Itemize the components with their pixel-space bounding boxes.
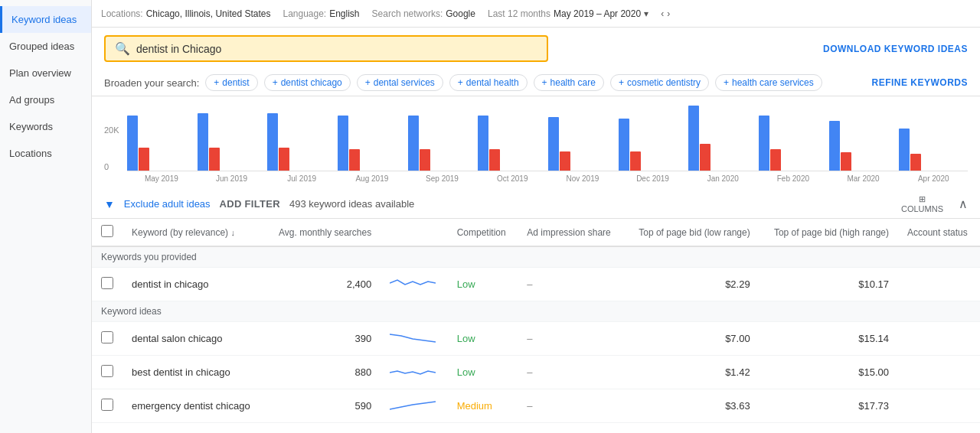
blue-bar — [408, 116, 419, 171]
bar-group — [548, 117, 617, 171]
search-box: 🔍 — [104, 35, 548, 62]
impression-share-cell: – — [518, 389, 624, 423]
chart-month-label: Sep 2019 — [408, 174, 477, 183]
red-bar — [139, 148, 149, 171]
bar-group — [688, 106, 757, 171]
broaden-label: Broaden your search: — [104, 77, 199, 89]
account-status-cell — [898, 356, 980, 389]
plus-icon: + — [724, 77, 729, 88]
section-header-row: Keywords you provided — [92, 246, 980, 268]
sidebar-item-grouped-ideas[interactable]: Grouped ideas — [0, 33, 91, 60]
sidebar-item-keywords[interactable]: Keywords — [0, 113, 91, 140]
columns-button[interactable]: ⊞ COLUMNS — [901, 194, 943, 213]
chart-month-label: Jul 2019 — [267, 174, 336, 183]
broaden-tag-dental-services[interactable]: +dental services — [357, 74, 443, 91]
blue-bar — [478, 116, 488, 171]
bid-high-cell: $17.73 — [760, 389, 898, 423]
chart-month-label: Mar 2020 — [829, 174, 898, 183]
sidebar-item-plan-overview[interactable]: Plan overview — [0, 60, 91, 86]
sidebar-item-keyword-ideas[interactable]: Keyword ideas — [0, 6, 91, 33]
section-header-label: Keywords you provided — [92, 246, 980, 268]
next-arrow-icon[interactable]: › — [667, 8, 670, 19]
keyword-table: Keyword (by relevance) ↓ Avg. monthly se… — [92, 219, 980, 423]
broaden-tag-health-care-services[interactable]: +health care services — [715, 74, 822, 91]
broaden-tag-label: health care — [550, 77, 596, 88]
filter-icon: ▼ — [104, 198, 115, 210]
chart-month-label: Nov 2019 — [548, 174, 617, 183]
date-range-selector[interactable]: Last 12 months May 2019 – Apr 2020 ▾ — [488, 8, 648, 19]
add-filter-button[interactable]: ADD FILTER — [220, 198, 280, 210]
chart-month-label: May 2019 — [127, 174, 196, 183]
red-bar — [630, 151, 641, 171]
account-status-cell — [898, 322, 980, 356]
exclude-adult-ideas-link[interactable]: Exclude adult ideas — [124, 198, 211, 210]
account-status-cell — [898, 268, 980, 301]
col-trend — [381, 219, 447, 246]
red-bar — [700, 144, 710, 171]
nav-arrows: ‹ › — [661, 8, 670, 19]
bar-group — [267, 113, 336, 171]
refine-keywords-button[interactable]: REFINE KEYWORDS — [871, 77, 968, 88]
columns-label: COLUMNS — [901, 204, 943, 213]
bar-group — [829, 121, 898, 171]
sort-icon[interactable]: ↓ — [230, 228, 235, 237]
search-input[interactable] — [136, 43, 537, 55]
broaden-tag-label: cosmetic dentistry — [627, 77, 701, 88]
row-checkbox[interactable] — [101, 365, 113, 377]
topbar-language: Language: English — [283, 8, 359, 19]
bar-group — [759, 116, 828, 171]
table-row: dental salon chicago390Low–$7.00$15.14 — [92, 322, 980, 356]
row-checkbox[interactable] — [101, 331, 113, 343]
broaden-tag-dentist[interactable]: +dentist — [205, 74, 257, 91]
broaden-tag-dental-health[interactable]: +dental health — [449, 74, 528, 91]
plus-icon: + — [273, 77, 278, 88]
sidebar-item-locations[interactable]: Locations — [0, 140, 91, 167]
broaden-tag-label: dental health — [466, 77, 519, 88]
prev-arrow-icon[interactable]: ‹ — [661, 8, 664, 19]
section-header-row: Keyword ideas — [92, 301, 980, 322]
broaden-tag-health-care[interactable]: +health care — [534, 74, 604, 91]
download-keyword-ideas-button[interactable]: DOWNLOAD KEYWORD IDEAS — [823, 44, 968, 54]
broaden-tag-dentist-chicago[interactable]: +dentist chicago — [264, 74, 351, 91]
networks-label: Search networks: — [372, 8, 443, 19]
locations-label: Locations: — [101, 8, 143, 19]
blue-bar — [899, 129, 910, 171]
table-row: dentist in chicago2,400Low–$2.29$10.17 — [92, 268, 980, 301]
language-label: Language: — [283, 8, 326, 19]
chart-bars-area — [127, 103, 968, 171]
broaden-tag-label: dental services — [374, 77, 435, 88]
select-all-checkbox[interactable] — [101, 225, 113, 237]
plus-icon: + — [542, 77, 547, 88]
bar-group — [198, 113, 266, 171]
chart-month-label: Feb 2020 — [759, 174, 828, 183]
row-checkbox[interactable] — [101, 399, 113, 411]
keyword-cell: emergency dentist chicago — [122, 389, 265, 423]
col-account-status: Account status — [898, 219, 980, 246]
broaden-tag-label: dentist chicago — [281, 77, 342, 88]
bar-group — [408, 116, 477, 171]
red-bar — [420, 149, 430, 171]
row-checkbox[interactable] — [101, 277, 113, 289]
blue-bar — [759, 116, 769, 171]
collapse-button[interactable]: ∧ — [959, 197, 968, 211]
red-bar — [279, 148, 289, 171]
sidebar-item-ad-groups[interactable]: Ad groups — [0, 86, 91, 113]
avg-monthly-cell: 590 — [265, 389, 381, 423]
col-avg-monthly: Avg. monthly searches — [265, 219, 381, 246]
blue-bar — [829, 121, 840, 171]
broaden-section: Broaden your search: +dentist +dentist c… — [92, 70, 980, 96]
table-row: emergency dentist chicago590Medium–$3.63… — [92, 389, 980, 423]
bar-group — [127, 116, 196, 171]
red-bar — [560, 151, 570, 171]
bid-high-cell: $10.17 — [760, 268, 898, 301]
broaden-tag-cosmetic-dentistry[interactable]: +cosmetic dentistry — [610, 74, 709, 91]
blue-bar — [267, 113, 278, 171]
bid-low-cell: $7.00 — [624, 322, 759, 356]
impression-share-cell: – — [518, 356, 624, 389]
red-bar — [209, 148, 220, 171]
blue-bar — [127, 116, 138, 171]
col-bid-low: Top of page bid (low range) — [624, 219, 759, 246]
red-bar — [770, 149, 781, 171]
broaden-tag-label: dentist — [222, 77, 249, 88]
topbar: Locations: Chicago, Illinois, United Sta… — [92, 0, 980, 28]
